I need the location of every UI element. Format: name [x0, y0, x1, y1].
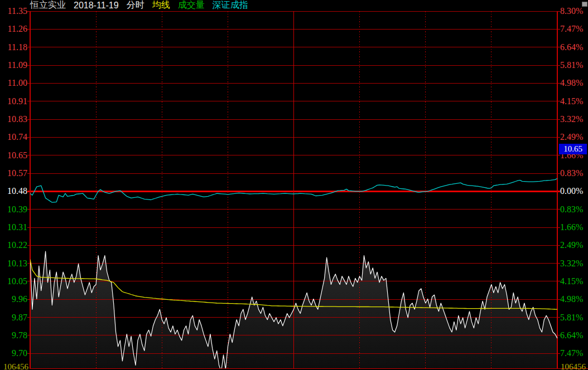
left-axis-label: 9.96 — [0, 295, 27, 304]
right-axis-label: 4.98% — [560, 79, 588, 87]
toggle-index-overlay[interactable]: 深证成指 — [213, 0, 248, 11]
left-axis-label: 11.35 — [0, 7, 27, 16]
left-axis-label: 11.26 — [0, 25, 27, 33]
left-axis-label: 10.83 — [0, 115, 27, 124]
toggle-volume[interactable]: 成交量 — [178, 0, 205, 11]
left-axis-label: 10.65 — [0, 151, 27, 160]
left-axis-label: 9.87 — [0, 313, 27, 322]
left-axis-label: 10.39 — [0, 205, 27, 214]
right-axis-label: 6.64% — [560, 331, 588, 340]
chart-header: 恒立实业 2018-11-19 分时 均线 成交量 深证成指 — [30, 0, 256, 11]
right-axis-label: 5.81% — [560, 61, 588, 70]
right-axis-label: 4.15% — [560, 277, 588, 286]
window-resize-icon[interactable] — [582, 2, 587, 7]
right-axis-label: 7.47% — [560, 349, 588, 358]
right-axis-label: 3.32% — [560, 115, 588, 124]
right-axis-label: 7.47% — [560, 25, 588, 33]
right-axis-label: 4.98% — [560, 295, 588, 304]
left-axis-label: 10.13 — [0, 259, 27, 268]
left-axis-label: 9.78 — [0, 331, 27, 340]
corner-value-left: 106456 — [0, 362, 28, 370]
left-axis-label: 10.05 — [0, 277, 27, 286]
intraday-chart-canvas[interactable] — [0, 0, 588, 370]
right-axis-label: 8.30% — [560, 7, 588, 16]
intraday-chart-screen: 恒立实业 2018-11-19 分时 均线 成交量 深证成指 11.3511.2… — [0, 0, 588, 370]
right-axis-label: 0.00% — [560, 187, 588, 196]
right-axis-label: 3.32% — [560, 259, 588, 268]
right-axis-label: 0.83% — [560, 205, 588, 214]
left-axis-label: 11.18 — [0, 43, 27, 52]
right-axis-label: 6.64% — [560, 43, 588, 52]
left-axis-label: 10.91 — [0, 97, 27, 106]
chart-date: 2018-11-19 — [74, 1, 119, 11]
left-axis-label: 10.74 — [0, 133, 27, 142]
left-axis-label: 11.00 — [0, 79, 27, 87]
right-axis-label: 2.49% — [560, 133, 588, 142]
stock-name[interactable]: 恒立实业 — [30, 0, 66, 11]
toggle-ma-line[interactable]: 均线 — [152, 0, 170, 11]
corner-value-right: 106456 — [561, 362, 588, 370]
right-axis-label: 2.49% — [560, 241, 588, 250]
left-axis-label: 10.31 — [0, 223, 27, 232]
right-axis-label: 5.81% — [560, 313, 588, 322]
tab-intraday[interactable]: 分时 — [127, 0, 144, 11]
right-axis-label: 0.83% — [560, 169, 588, 178]
left-axis-label: 9.70 — [0, 349, 27, 358]
left-axis-label: 10.57 — [0, 169, 27, 178]
right-axis-label: 1.66% — [560, 223, 588, 232]
left-axis-label: 11.09 — [0, 61, 27, 70]
price-cursor-badge: 10.65 — [559, 144, 587, 154]
left-axis-label: 10.48 — [0, 187, 27, 196]
right-axis-label: 4.15% — [560, 97, 588, 106]
left-axis-label: 10.22 — [0, 241, 27, 250]
